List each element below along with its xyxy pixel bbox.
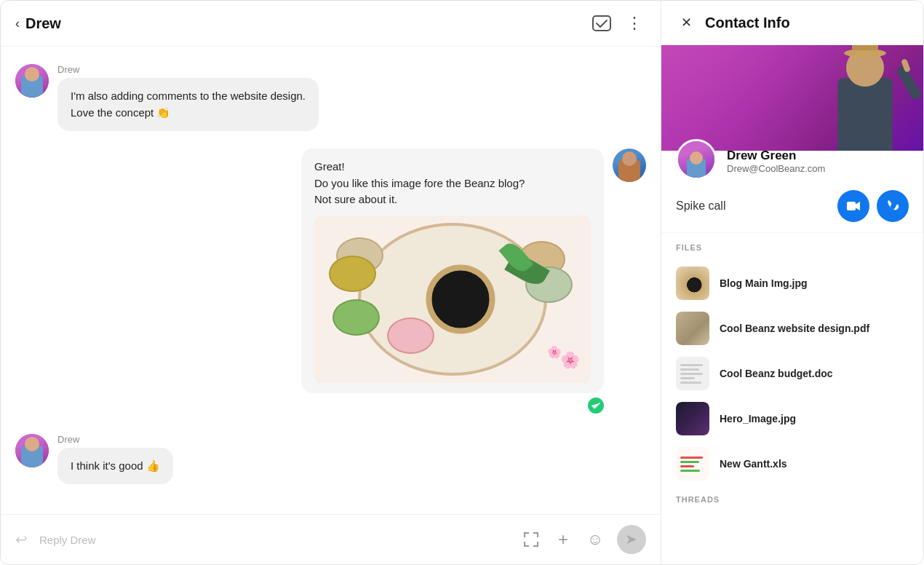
- chat-header: ‹ Drew ⋮: [1, 1, 661, 47]
- add-icon[interactable]: +: [553, 529, 573, 550]
- file-item[interactable]: Hero_Image.jpg: [676, 396, 909, 441]
- contact-info-overlay: Drew Green Drew@CoolBeanz.com: [676, 139, 825, 180]
- read-receipt: [588, 398, 604, 414]
- chat-footer: ↩ Reply Drew + ☺: [1, 514, 661, 564]
- message-row-2: Drew I think it's good 👍: [15, 434, 646, 485]
- check-icon[interactable]: [591, 12, 613, 34]
- expand-icon[interactable]: [521, 529, 541, 550]
- chat-header-right: ⋮: [591, 12, 646, 34]
- message-row-outgoing: Great! Do you like this image fore the B…: [15, 149, 646, 416]
- footer-icons: + ☺: [521, 525, 646, 554]
- close-contact-button[interactable]: ✕: [676, 12, 696, 33]
- file-name: Cool Beanz website design.pdf: [720, 323, 869, 334]
- avatar: [15, 64, 49, 98]
- outgoing-message-bubble: Great! Do you like this image fore the B…: [301, 149, 604, 393]
- files-section-label: FILES: [676, 243, 909, 252]
- file-item[interactable]: Cool Beanz website design.pdf: [676, 306, 909, 351]
- phone-call-button[interactable]: [877, 190, 909, 222]
- file-thumbnail: [676, 312, 709, 345]
- call-buttons: [837, 190, 909, 222]
- back-button[interactable]: ‹: [15, 16, 20, 31]
- file-name: Cool Beanz budget.doc: [720, 368, 833, 379]
- reply-placeholder[interactable]: Reply Drew: [39, 534, 509, 546]
- threads-section-label: THREADS: [676, 495, 909, 504]
- file-item[interactable]: Cool Beanz budget.doc: [676, 351, 909, 396]
- spike-call-section: Spike call: [661, 180, 923, 233]
- contact-info-text: Drew Green Drew@CoolBeanz.com: [727, 149, 825, 180]
- svg-rect-1: [847, 202, 856, 210]
- file-name: Blog Main Img.jpg: [720, 277, 808, 289]
- file-item[interactable]: New Gantt.xls: [676, 441, 909, 486]
- message-row: Drew I'm also adding comments to the web…: [15, 64, 646, 131]
- file-thumbnail: [676, 266, 709, 300]
- file-thumbnail: [676, 357, 709, 390]
- message-content-2: Drew I think it's good 👍: [57, 434, 173, 485]
- files-section: FILES Blog Main Img.jpg Cool Beanz websi…: [661, 233, 923, 564]
- hero-background: [661, 45, 923, 151]
- file-name: Hero_Image.jpg: [720, 413, 796, 424]
- contact-panel: ✕ Contact Info: [661, 1, 923, 564]
- spike-call-label: Spike call: [676, 199, 725, 213]
- chat-header-left: ‹ Drew: [15, 15, 61, 32]
- contact-email: Drew@CoolBeanz.com: [727, 163, 825, 174]
- contact-header: ✕ Contact Info: [661, 1, 923, 45]
- message-bubble-2: I think it's good 👍: [57, 448, 173, 485]
- more-options-icon[interactable]: ⋮: [624, 12, 646, 34]
- chat-title: Drew: [25, 15, 61, 32]
- contact-hero: Drew Green Drew@CoolBeanz.com: [661, 45, 923, 180]
- emoji-icon[interactable]: ☺: [585, 529, 605, 550]
- avatar-drew-2: [15, 434, 49, 467]
- message-bubble: I'm also adding comments to the website …: [57, 78, 319, 131]
- contact-avatar: [676, 139, 717, 180]
- chat-messages: Drew I'm also adding comments to the web…: [1, 47, 661, 514]
- avatar-self: [613, 149, 646, 182]
- message-sender: Drew: [57, 64, 319, 75]
- file-name: New Gantt.xls: [720, 458, 787, 470]
- message-sender-2: Drew: [57, 434, 173, 445]
- contact-name: Drew Green: [727, 149, 825, 163]
- reply-icon: ↩: [15, 531, 28, 548]
- file-item[interactable]: Blog Main Img.jpg: [676, 261, 909, 306]
- svg-rect-0: [593, 16, 610, 31]
- file-thumbnail: [676, 447, 709, 481]
- chat-panel: ‹ Drew ⋮: [1, 1, 661, 564]
- send-button[interactable]: [617, 525, 646, 554]
- contact-panel-title: Contact Info: [705, 15, 790, 31]
- chat-image: 🌸 🌸: [314, 216, 591, 383]
- message-content: Drew I'm also adding comments to the web…: [57, 64, 319, 131]
- video-call-button[interactable]: [837, 190, 869, 222]
- app-container: ‹ Drew ⋮: [0, 0, 924, 565]
- file-thumbnail: [676, 402, 709, 435]
